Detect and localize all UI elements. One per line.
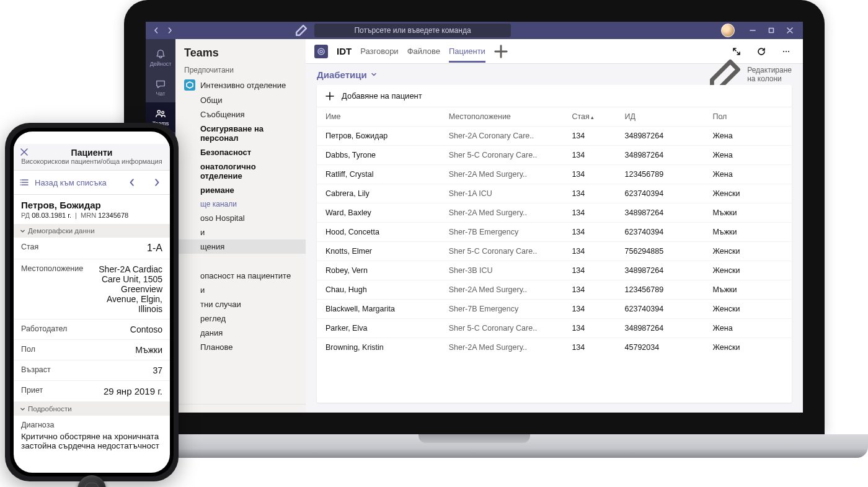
patient-name: Петров, Божидар bbox=[21, 200, 162, 210]
svg-point-1 bbox=[157, 110, 160, 114]
table-row[interactable]: Browning, KristinSher-2A Med Surgery..13… bbox=[317, 337, 792, 357]
grid-header: Име Местоположение Стая ИД Пол bbox=[317, 107, 792, 126]
chevron-down-icon bbox=[20, 228, 25, 234]
channel-c2[interactable]: и bbox=[175, 225, 306, 239]
add-patient-button[interactable]: Добавяне на пациент bbox=[317, 85, 792, 107]
team-row[interactable]: Интензивно отделение bbox=[175, 77, 306, 93]
phone-frame: Пациенти Високорискови пациенти/обща инф… bbox=[5, 123, 179, 481]
user-avatar[interactable] bbox=[721, 24, 735, 37]
back-to-list-button[interactable]: Назад към списъка bbox=[20, 177, 107, 187]
channel-safety[interactable]: Безопасност bbox=[175, 145, 306, 159]
next-patient-button[interactable] bbox=[150, 176, 164, 189]
channel-c4[interactable]: и bbox=[175, 283, 306, 297]
cell-name: Ward, Baxley bbox=[326, 208, 449, 217]
svg-point-6 bbox=[783, 51, 784, 52]
svg-point-4 bbox=[318, 48, 324, 55]
table-row[interactable]: Parker, ElvaSher 5-C Coronary Care..1343… bbox=[317, 318, 792, 337]
channel-cases[interactable]: тни случаи bbox=[175, 297, 306, 311]
rail-chat[interactable]: Чат bbox=[146, 73, 175, 102]
channel-neonatal[interactable]: онатологично отделение bbox=[175, 159, 306, 183]
channel-general[interactable]: Общи bbox=[175, 93, 306, 107]
cell-id: 623740394 bbox=[625, 305, 713, 313]
table-row[interactable]: Ratliff, CrystalSher-2A Med Surgery..134… bbox=[317, 164, 792, 184]
channel-review[interactable]: реглед bbox=[175, 311, 306, 326]
list-name-label: Диабетици bbox=[317, 69, 367, 80]
svg-point-5 bbox=[320, 50, 322, 53]
cell-location: Sher-7B Emergency bbox=[449, 305, 572, 313]
diagnosis-text: Критично обостряне на хроничната застойн… bbox=[14, 429, 170, 457]
titlebar: Потърсете или въведете команда bbox=[146, 22, 803, 39]
cell-id: 348987264 bbox=[625, 324, 713, 333]
window-maximize-button[interactable] bbox=[762, 24, 781, 37]
col-room[interactable]: Стая bbox=[572, 112, 624, 121]
col-id[interactable]: ИД bbox=[625, 112, 713, 121]
window-minimize-button[interactable] bbox=[743, 24, 762, 37]
channel-c3[interactable]: щения bbox=[175, 239, 306, 254]
list-icon bbox=[20, 177, 30, 187]
tab-add-button[interactable] bbox=[494, 45, 508, 58]
tab-files[interactable]: Файлове bbox=[407, 40, 440, 62]
patient-grid: Добавяне на пациент Име Местоположение С… bbox=[317, 85, 792, 403]
window-close-button[interactable] bbox=[781, 24, 799, 37]
cell-name: Chau, Hugh bbox=[326, 285, 449, 294]
nav-forward-button[interactable] bbox=[163, 24, 177, 37]
section-details[interactable]: Подробности bbox=[14, 402, 170, 416]
kv-sex: Пол Мъжки bbox=[14, 340, 170, 360]
cell-name: Петров, Божидар bbox=[326, 132, 449, 140]
cell-gender: Жена bbox=[712, 170, 783, 179]
channel-patientsafety[interactable]: опасност на пациентите bbox=[175, 269, 306, 283]
cell-gender: Мъжки bbox=[712, 208, 783, 217]
prev-patient-button[interactable] bbox=[125, 176, 139, 189]
phone-subtitle: Високорискови пациенти/обща информация bbox=[20, 158, 164, 165]
table-row[interactable]: Петров, БожидарSher-2A Coronary Care..13… bbox=[317, 126, 792, 145]
cell-room: 134 bbox=[572, 305, 624, 313]
table-row[interactable]: Hood, ConcettaSher-7B Emergency134623740… bbox=[317, 222, 792, 241]
compose-button[interactable] bbox=[294, 24, 308, 37]
close-button[interactable] bbox=[20, 148, 29, 158]
cell-room: 134 bbox=[572, 285, 624, 294]
cell-room: 134 bbox=[572, 170, 624, 179]
channel-more[interactable]: ще канали bbox=[175, 197, 306, 211]
cell-name: Dabbs, Tyrone bbox=[326, 151, 449, 159]
tab-conversations[interactable]: Разговори bbox=[360, 40, 398, 62]
table-row[interactable]: Cabrera, LilySher-1A ICU134623740394Женс… bbox=[317, 184, 792, 203]
channel-messages[interactable]: Съобщения bbox=[175, 107, 306, 122]
channel-staffing[interactable]: Осигуряване на персонал bbox=[175, 122, 306, 145]
table-row[interactable]: Robey, VernSher-3B ICU134348987264Женски bbox=[317, 261, 792, 280]
cell-room: 134 bbox=[572, 266, 624, 275]
col-gender[interactable]: Пол bbox=[712, 112, 783, 121]
cell-gender: Женски bbox=[712, 343, 783, 352]
cell-room: 134 bbox=[572, 247, 624, 256]
kv-room: Стая 1-A bbox=[14, 238, 170, 259]
chevron-down-icon bbox=[20, 406, 25, 412]
search-input[interactable]: Потърсете или въведете команда bbox=[314, 24, 511, 37]
channel-plans[interactable]: Планове bbox=[175, 340, 306, 354]
col-location[interactable]: Местоположение bbox=[449, 112, 572, 121]
cell-gender: Женски bbox=[712, 189, 783, 198]
table-row[interactable]: Blackwell, MargaritaSher-7B Emergency134… bbox=[317, 299, 792, 318]
cell-room: 134 bbox=[572, 208, 624, 217]
rail-activity-label: Дейност bbox=[150, 61, 172, 67]
section-demographics[interactable]: Демографски данни bbox=[14, 224, 170, 238]
channel-tasks[interactable]: дания bbox=[175, 326, 306, 340]
section-details-label: Подробности bbox=[28, 405, 72, 413]
cell-room: 134 bbox=[572, 324, 624, 333]
table-row[interactable]: Ward, BaxleySher-2A Med Surgery..1343489… bbox=[317, 203, 792, 222]
channel-admission[interactable]: риемане bbox=[175, 183, 306, 197]
svg-rect-0 bbox=[769, 29, 774, 33]
cell-id: 123456789 bbox=[625, 285, 713, 294]
phone-home-button[interactable] bbox=[78, 475, 106, 487]
col-name[interactable]: Име bbox=[326, 112, 449, 121]
table-row[interactable]: Dabbs, TyroneSher 5-C Coronary Care..134… bbox=[317, 145, 792, 164]
join-create-team[interactable]: е или създаване на екип bbox=[175, 404, 306, 413]
rail-activity[interactable]: Дейност bbox=[146, 43, 175, 73]
cell-room: 134 bbox=[572, 343, 624, 352]
table-row[interactable]: Chau, HughSher-2A Med Surgery..134123456… bbox=[317, 280, 792, 299]
table-row[interactable]: Knotts, ElmerSher 5-C Coronary Care..134… bbox=[317, 241, 792, 261]
kv-location: Местоположение Sher-2A Cardiac Care Unit… bbox=[14, 259, 170, 319]
nav-back-button[interactable] bbox=[149, 24, 163, 37]
cell-gender: Мъжки bbox=[712, 285, 783, 294]
tab-patients[interactable]: Пациенти bbox=[449, 40, 485, 62]
channel-hospital[interactable]: oso Hospital bbox=[175, 211, 306, 225]
list-name-dropdown[interactable]: Диабетици bbox=[317, 69, 377, 80]
